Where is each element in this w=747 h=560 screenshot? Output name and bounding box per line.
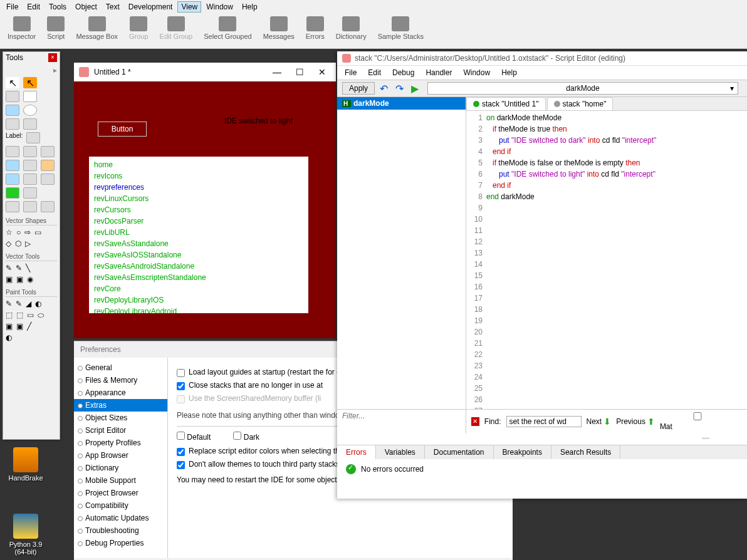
menu-development[interactable]: Development [125, 1, 177, 13]
pt8[interactable]: ⬭ [38, 311, 44, 319]
list-item[interactable]: revSaveAsStandalone [94, 238, 303, 249]
checkbox-tool[interactable] [23, 91, 37, 102]
desktop-icon-python[interactable]: Python 3.9 (64-bit) [4, 514, 48, 556]
circle-icon[interactable]: ○ [16, 228, 21, 237]
toolbar-dictionary[interactable]: Dictionary [336, 16, 367, 40]
ed-tab[interactable]: stack "Untitled 1" [466, 97, 546, 110]
tool-g[interactable] [6, 174, 19, 185]
ed-tab[interactable]: stack "home" [547, 97, 614, 110]
pt4[interactable]: ◐ [35, 299, 41, 308]
vt3[interactable]: ╲ [26, 264, 30, 272]
list-item[interactable]: revIcons [94, 170, 303, 182]
tool-c[interactable] [41, 146, 55, 157]
toolbar-select-grouped[interactable]: Select Grouped [204, 16, 251, 40]
ed-bottom-tab-search-results[interactable]: Search Results [551, 445, 620, 459]
close-button[interactable]: ✕ [313, 67, 331, 77]
prefs-item-property-profiles[interactable]: Property Profiles [74, 437, 167, 449]
tool-l[interactable] [23, 201, 37, 212]
checkbox[interactable] [177, 369, 185, 377]
menu-tools[interactable]: Tools [45, 1, 70, 13]
pt1[interactable]: ✎ [6, 299, 12, 308]
tool-b[interactable] [23, 146, 37, 157]
rect-icon[interactable]: ▭ [34, 228, 41, 237]
find-next-button[interactable]: Next⬇ [587, 417, 612, 427]
prefs-item-compatibility[interactable]: Compatibility [74, 499, 167, 512]
vt4[interactable]: ▣ [6, 275, 13, 284]
list-item[interactable]: revDeployLibraryAndroid [94, 306, 303, 313]
find-input[interactable] [506, 416, 582, 427]
prefs-item-app-browser[interactable]: App Browser [74, 449, 167, 462]
list-item[interactable]: revCursors [94, 204, 303, 215]
pt10[interactable]: ▣ [16, 322, 23, 331]
menu-view[interactable]: View [177, 1, 201, 13]
menu-object[interactable]: Object [71, 1, 101, 13]
list-item[interactable]: revLinuxCursors [94, 193, 303, 204]
ed-bottom-tab-documentation[interactable]: Documentation [425, 445, 494, 459]
ed-menu-help[interactable]: Help [496, 67, 522, 78]
prefs-item-dictionary[interactable]: Dictionary [74, 462, 167, 474]
undo-icon[interactable]: ↶ [377, 83, 390, 95]
desktop-icon-handbrake[interactable]: HandBrake [4, 447, 48, 482]
prefs-item-mobile-support[interactable]: Mobile Support [74, 474, 167, 487]
menu-tool[interactable] [23, 118, 37, 130]
find-prev-button[interactable]: Previous⬆ [616, 417, 655, 427]
tool-a[interactable] [6, 146, 19, 157]
slider-tool[interactable] [23, 187, 37, 199]
list-item[interactable]: revDeployLibraryIOS [94, 294, 303, 306]
vt6[interactable]: ◉ [27, 275, 33, 284]
checkbox[interactable] [177, 448, 185, 456]
prefs-radio-dark[interactable]: Dark [233, 432, 259, 442]
toolbar-sample-stacks[interactable]: Sample Stacks [378, 16, 424, 40]
list-item[interactable]: revSaveAsAndroidStandalone [94, 261, 303, 272]
filter-input[interactable] [342, 412, 461, 420]
menu-help[interactable]: Help [238, 1, 261, 13]
pt5[interactable]: ⬚ [6, 311, 13, 319]
field-tool[interactable] [6, 118, 19, 130]
list-item[interactable]: home [94, 159, 303, 170]
prefs-item-debug-properties[interactable]: Debug Properties [74, 537, 167, 549]
tool-f[interactable] [41, 160, 55, 171]
default-button-tool[interactable] [6, 105, 19, 116]
radio-tool[interactable] [23, 105, 37, 116]
ed-menu-debug[interactable]: Debug [387, 67, 419, 78]
code-editor[interactable]: 1234567891011121314151617181920212223242… [466, 111, 747, 409]
pt12[interactable]: ◐ [6, 333, 12, 342]
resize-grip[interactable]: 〰 [337, 433, 747, 445]
list-item[interactable]: revpreferences [94, 182, 303, 193]
toolbar-script[interactable]: Script [47, 16, 65, 40]
menu-window[interactable]: Window [202, 1, 237, 13]
menu-text[interactable]: Text [102, 1, 123, 13]
pt7[interactable]: ▭ [27, 311, 34, 319]
prefs-item-object-sizes[interactable]: Object Sizes [74, 412, 167, 424]
pt9[interactable]: ▣ [6, 322, 13, 331]
prefs-item-extras[interactable]: Extras [74, 399, 167, 412]
list-item[interactable]: revSaveAsEmscriptenStandalone [94, 272, 303, 283]
tool-e[interactable] [23, 160, 37, 171]
editor-titlebar[interactable]: stack "C:/Users/Administrator/Desktop/Un… [337, 51, 747, 66]
pt3[interactable]: ◢ [26, 299, 31, 308]
menu-file[interactable]: File [3, 1, 22, 13]
list-item[interactable]: revLibURL [94, 227, 303, 238]
toolbar-inspector[interactable]: Inspector [8, 16, 36, 40]
tool-k[interactable] [6, 201, 19, 212]
stack-list-field[interactable]: homerevIconsrevpreferencesrevLinuxCursor… [89, 157, 308, 313]
minimize-button[interactable]: — [268, 67, 286, 77]
list-item[interactable]: revDocsParser [94, 215, 303, 227]
ed-bottom-tab-errors[interactable]: Errors [337, 445, 376, 459]
checkbox[interactable] [177, 461, 185, 469]
menu-edit[interactable]: Edit [23, 1, 44, 13]
run-icon[interactable]: ▶ [409, 83, 421, 95]
tool-h[interactable] [23, 174, 37, 185]
stack-titlebar[interactable]: Untitled 1 * — ☐ ✕ [74, 63, 336, 81]
tool-m[interactable] [41, 201, 55, 212]
tools-close-button[interactable]: × [48, 53, 57, 62]
ed-menu-edit[interactable]: Edit [363, 67, 386, 78]
pt2[interactable]: ✎ [16, 299, 22, 308]
prefs-item-automatic-updates[interactable]: Automatic Updates [74, 512, 167, 524]
tool-d[interactable] [6, 160, 19, 171]
ed-bottom-tab-breakpoints[interactable]: Breakpoints [494, 445, 551, 459]
vt1[interactable]: ✎ [6, 264, 12, 272]
toolbar-messages[interactable]: Messages [263, 16, 295, 40]
list-item[interactable]: revCore [94, 283, 303, 294]
redo-icon[interactable]: ↷ [393, 83, 406, 95]
